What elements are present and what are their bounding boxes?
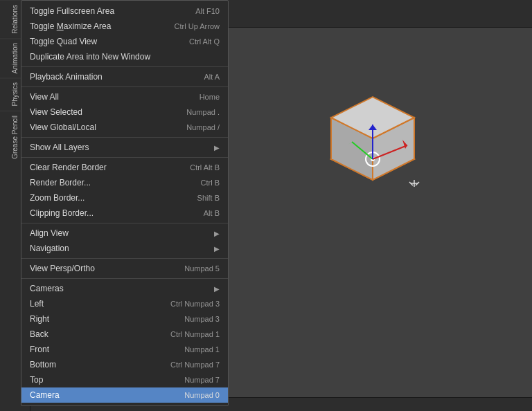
- menu-item-cameras[interactable]: Cameras ▶: [21, 281, 228, 296]
- menu-label-view-global-local: View Global/Local: [30, 122, 172, 132]
- sidebar-tab-grease-pencil[interactable]: Grease Pencil: [0, 111, 21, 163]
- menu-label-view-persp-ortho: View Persp/Ortho: [30, 264, 170, 273]
- menu-item-duplicate-area[interactable]: Duplicate Area into New Window: [21, 49, 228, 64]
- menu-arrow-align-view: ▶: [214, 230, 220, 237]
- menu-shortcut-right: Numpad 3: [184, 315, 220, 323]
- menu-label-show-all-layers: Show All Layers: [30, 143, 209, 152]
- menu-shortcut-zoom-border: Shift B: [197, 194, 220, 202]
- menu-label-zoom-border: Zoom Border...: [30, 193, 184, 203]
- menu-label-toggle-quad: Toggle Quad View: [30, 37, 175, 46]
- menu-item-view-selected[interactable]: View Selected Numpad .: [21, 104, 228, 120]
- separator-3: [21, 137, 228, 138]
- menu-shortcut-camera: Numpad 0: [184, 391, 220, 399]
- menu-item-playback[interactable]: Playback Animation Alt A: [21, 69, 228, 84]
- menu-shortcut-top: Numpad 7: [184, 376, 220, 384]
- menu-item-clear-render-border[interactable]: Clear Render Border Ctrl Alt B: [21, 160, 228, 175]
- menu-label-render-border: Render Border...: [30, 178, 187, 188]
- menu-shortcut-front: Numpad 1: [184, 345, 220, 354]
- menu-shortcut-clear-render-border: Ctrl Alt B: [190, 163, 220, 172]
- menu-item-right[interactable]: Right Numpad 3: [21, 311, 228, 327]
- menu-arrow-show-all-layers: ▶: [214, 144, 220, 152]
- menu-item-view-persp-ortho[interactable]: View Persp/Ortho Numpad 5: [21, 261, 228, 276]
- menu-shortcut-toggle-maximize: Ctrl Up Arrow: [175, 22, 220, 30]
- menu-shortcut-view-global-local: Numpad /: [186, 123, 220, 131]
- menu-label-duplicate-area: Duplicate Area into New Window: [30, 52, 206, 62]
- menu-item-navigation[interactable]: Navigation ▶: [21, 241, 228, 256]
- context-menu: Toggle Fullscreen Area Alt F10 Toggle Ma…: [21, 0, 229, 406]
- menu-label-right: Right: [30, 314, 170, 324]
- menu-label-toggle-maximize: Toggle Maximize Area: [30, 21, 161, 31]
- menu-shortcut-view-selected: Numpad .: [186, 108, 220, 116]
- separator-6: [21, 258, 228, 259]
- menu-label-view-selected: View Selected: [30, 107, 172, 117]
- menu-item-bottom[interactable]: Bottom Ctrl Numpad 7: [21, 357, 228, 372]
- menu-label-navigation: Navigation: [30, 244, 209, 253]
- menu-shortcut-left: Ctrl Numpad 3: [170, 300, 220, 308]
- sidebar-tab-animation[interactable]: Animation: [0, 38, 21, 77]
- 3d-cube: [310, 83, 435, 210]
- menu-shortcut-toggle-fullscreen: Alt F10: [195, 7, 220, 15]
- menu-item-camera[interactable]: Camera Numpad 0: [21, 387, 228, 403]
- menu-shortcut-bottom: Ctrl Numpad 7: [170, 360, 220, 369]
- menu-item-view-all[interactable]: View All Home: [21, 89, 228, 104]
- menu-arrow-navigation: ▶: [214, 245, 220, 253]
- menu-item-align-view[interactable]: Align View ▶: [21, 226, 228, 241]
- menu-item-toggle-fullscreen[interactable]: Toggle Fullscreen Area Alt F10: [21, 3, 228, 19]
- menu-label-camera: Camera: [30, 390, 170, 400]
- menu-item-back[interactable]: Back Ctrl Numpad 1: [21, 327, 228, 342]
- separator-1: [21, 66, 228, 67]
- menu-item-top[interactable]: Top Numpad 7: [21, 372, 228, 387]
- menu-label-align-view: Align View: [30, 228, 209, 238]
- separator-2: [21, 86, 228, 87]
- menu-label-toggle-fullscreen: Toggle Fullscreen Area: [30, 6, 181, 16]
- menu-label-clear-render-border: Clear Render Border: [30, 163, 176, 172]
- menu-label-cameras: Cameras: [30, 284, 209, 293]
- menu-item-toggle-maximize[interactable]: Toggle Maximize Area Ctrl Up Arrow: [21, 19, 228, 34]
- menu-shortcut-view-all: Home: [200, 93, 220, 101]
- menu-shortcut-clipping-border: Alt B: [204, 209, 220, 217]
- menu-label-view-all: View All: [30, 92, 186, 102]
- menu-label-back: Back: [30, 329, 157, 339]
- menu-item-show-all-layers[interactable]: Show All Layers ▶: [21, 140, 228, 155]
- menu-item-toggle-quad[interactable]: Toggle Quad View Ctrl Alt Q: [21, 34, 228, 49]
- menu-label-left: Left: [30, 299, 157, 309]
- menu-shortcut-view-persp-ortho: Numpad 5: [184, 264, 220, 273]
- menu-item-render-border[interactable]: Render Border... Ctrl B: [21, 175, 228, 190]
- menu-label-playback: Playback Animation: [30, 72, 190, 82]
- menu-item-front[interactable]: Front Numpad 1: [21, 342, 228, 357]
- menu-item-left[interactable]: Left Ctrl Numpad 3: [21, 296, 228, 311]
- menu-shortcut-render-border: Ctrl B: [201, 179, 220, 187]
- separator-4: [21, 157, 228, 158]
- menu-label-top: Top: [30, 375, 170, 385]
- menu-label-bottom: Bottom: [30, 360, 157, 369]
- menu-label-front: Front: [30, 345, 170, 354]
- menu-shortcut-back: Ctrl Numpad 1: [170, 330, 220, 338]
- menu-item-clipping-border[interactable]: Clipping Border... Alt B: [21, 206, 228, 221]
- left-sidebar: Relations Animation Physics Grease Penci…: [0, 0, 21, 411]
- sidebar-tab-relations[interactable]: Relations: [0, 0, 21, 38]
- separator-7: [21, 278, 228, 279]
- sidebar-tab-physics[interactable]: Physics: [0, 77, 21, 110]
- menu-shortcut-toggle-quad: Ctrl Alt Q: [189, 37, 220, 46]
- separator-5: [21, 223, 228, 223]
- menu-arrow-cameras: ▶: [214, 285, 220, 293]
- menu-label-clipping-border: Clipping Border...: [30, 208, 190, 218]
- menu-item-view-global-local[interactable]: View Global/Local Numpad /: [21, 120, 228, 135]
- menu-shortcut-playback: Alt A: [204, 73, 220, 81]
- menu-item-zoom-border[interactable]: Zoom Border... Shift B: [21, 190, 228, 206]
